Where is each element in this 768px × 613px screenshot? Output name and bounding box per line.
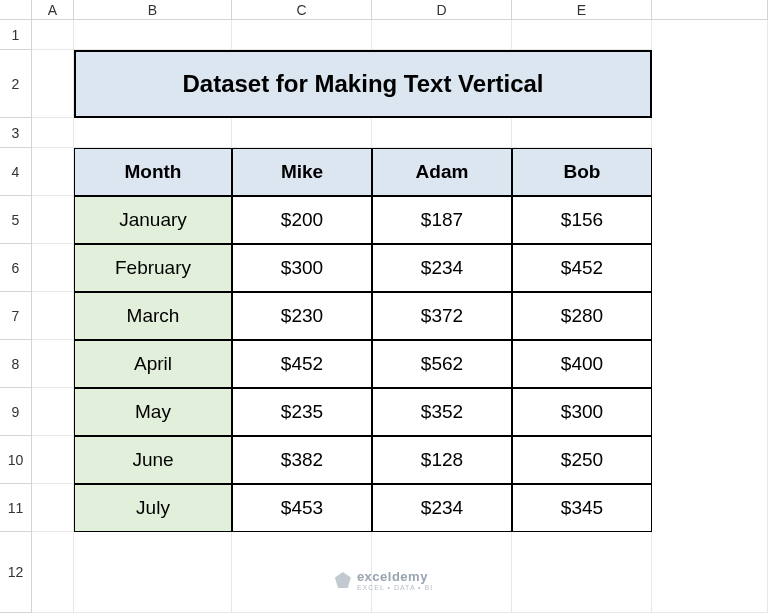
value-cell[interactable]: $200 [232, 196, 372, 244]
value-cell[interactable]: $300 [232, 244, 372, 292]
col-header-blank [652, 0, 768, 20]
row-header-8[interactable]: 8 [0, 340, 32, 388]
value-cell[interactable]: $300 [512, 388, 652, 436]
value-cell[interactable]: $235 [232, 388, 372, 436]
cell[interactable] [512, 118, 652, 148]
value-cell[interactable]: $562 [372, 340, 512, 388]
value-cell[interactable]: $345 [512, 484, 652, 532]
month-cell[interactable]: April [74, 340, 232, 388]
value-cell[interactable]: $128 [372, 436, 512, 484]
row-header-11[interactable]: 11 [0, 484, 32, 532]
cell[interactable] [32, 148, 74, 196]
select-all-corner[interactable] [0, 0, 32, 20]
col-header-b[interactable]: B [74, 0, 232, 20]
value-cell[interactable]: $452 [232, 340, 372, 388]
value-cell[interactable]: $234 [372, 244, 512, 292]
cell[interactable] [32, 340, 74, 388]
header-month[interactable]: Month [74, 148, 232, 196]
col-header-c[interactable]: C [232, 0, 372, 20]
cell[interactable] [32, 50, 74, 118]
value-cell[interactable]: $250 [512, 436, 652, 484]
value-cell[interactable]: $382 [232, 436, 372, 484]
row-header-10[interactable]: 10 [0, 436, 32, 484]
cell[interactable] [652, 20, 768, 613]
cell[interactable] [32, 532, 74, 613]
value-cell[interactable]: $453 [232, 484, 372, 532]
cell[interactable] [232, 532, 372, 613]
cell[interactable] [74, 118, 232, 148]
row-header-9[interactable]: 9 [0, 388, 32, 436]
cell[interactable] [32, 244, 74, 292]
cell[interactable] [32, 388, 74, 436]
row-header-2[interactable]: 2 [0, 50, 32, 118]
cell[interactable] [74, 20, 232, 50]
header-bob[interactable]: Bob [512, 148, 652, 196]
col-header-a[interactable]: A [32, 0, 74, 20]
value-cell[interactable]: $230 [232, 292, 372, 340]
cell[interactable] [74, 532, 232, 613]
header-mike[interactable]: Mike [232, 148, 372, 196]
cell[interactable] [32, 20, 74, 50]
cell[interactable] [512, 20, 652, 50]
cell[interactable] [372, 118, 512, 148]
col-header-e[interactable]: E [512, 0, 652, 20]
month-cell[interactable]: February [74, 244, 232, 292]
value-cell[interactable]: $187 [372, 196, 512, 244]
cell[interactable] [512, 532, 652, 613]
row-header-3[interactable]: 3 [0, 118, 32, 148]
month-cell[interactable]: June [74, 436, 232, 484]
row-header-7[interactable]: 7 [0, 292, 32, 340]
value-cell[interactable]: $400 [512, 340, 652, 388]
cell[interactable] [372, 532, 512, 613]
month-cell[interactable]: May [74, 388, 232, 436]
row-header-6[interactable]: 6 [0, 244, 32, 292]
month-cell[interactable]: January [74, 196, 232, 244]
value-cell[interactable]: $352 [372, 388, 512, 436]
value-cell[interactable]: $452 [512, 244, 652, 292]
header-adam[interactable]: Adam [372, 148, 512, 196]
cell[interactable] [32, 292, 74, 340]
row-header-12[interactable]: 12 [0, 532, 32, 613]
cell[interactable] [32, 484, 74, 532]
cell[interactable] [32, 118, 74, 148]
spreadsheet-grid: A B C D E 1 2 3 4 5 6 7 8 9 10 11 12 Dat… [0, 0, 768, 613]
cell[interactable] [232, 20, 372, 50]
value-cell[interactable]: $372 [372, 292, 512, 340]
title-cell[interactable]: Dataset for Making Text Vertical [74, 50, 652, 118]
month-cell[interactable]: July [74, 484, 232, 532]
value-cell[interactable]: $234 [372, 484, 512, 532]
cell[interactable] [372, 20, 512, 50]
month-cell[interactable]: March [74, 292, 232, 340]
row-header-1[interactable]: 1 [0, 20, 32, 50]
value-cell[interactable]: $156 [512, 196, 652, 244]
row-header-4[interactable]: 4 [0, 148, 32, 196]
cell[interactable] [32, 196, 74, 244]
cell[interactable] [232, 118, 372, 148]
col-header-d[interactable]: D [372, 0, 512, 20]
cell[interactable] [32, 436, 74, 484]
value-cell[interactable]: $280 [512, 292, 652, 340]
row-header-5[interactable]: 5 [0, 196, 32, 244]
